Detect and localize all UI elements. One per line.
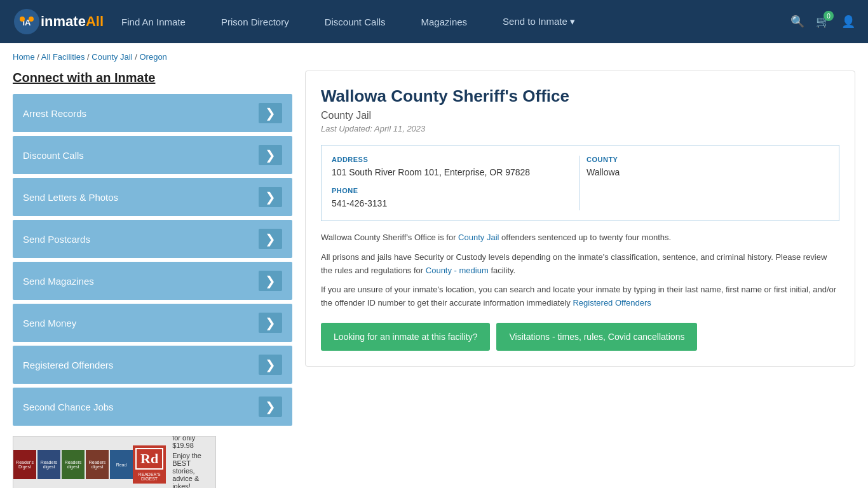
county-medium-link[interactable]: County - medium [426,266,489,275]
content-area: Wallowa County Sheriff's Office County J… [305,71,855,488]
cart-container: 🛒 0 [816,15,830,29]
nav-discount-calls[interactable]: Discount Calls [307,17,403,27]
facility-name: Wallowa County Sheriff's Office [321,86,839,106]
ad-line2: Enjoy the BEST stories, advice & jokes! [172,452,211,488]
cart-count-badge: 0 [824,11,834,21]
sidebar-arrow-arrest-records: ❯ [259,103,282,123]
nav-send-to-inmate[interactable]: Send to Inmate ▾ [485,16,593,27]
address-label: ADDRESS [332,156,573,163]
description-3: If you are unsure of your inmate's locat… [321,283,839,310]
sidebar-item-send-letters[interactable]: Send Letters & Photos ❯ [13,178,292,216]
looking-for-inmate-button[interactable]: Looking for an inmate at this facility? [321,323,490,351]
sidebar-label-send-postcards: Send Postcards [23,234,90,245]
ad-logo-block: Rd READER'S DIGEST [133,445,166,484]
phone-section: PHONE 541-426-3131 [332,187,573,210]
sidebar-label-arrest-records: Arrest Records [23,108,86,119]
user-button[interactable]: 👤 [841,15,855,29]
address-value: 101 South River Room 101, Enterprise, OR… [332,166,573,179]
visitations-button[interactable]: Visitations - times, rules, Covid cancel… [496,323,697,351]
nav-prison-directory[interactable]: Prison Directory [203,17,307,27]
sidebar-item-arrest-records[interactable]: Arrest Records ❯ [13,94,292,132]
breadcrumb-home[interactable]: Home [13,52,35,62]
sidebar-label-second-chance-jobs: Second Chance Jobs [23,402,114,412]
svg-point-3 [29,17,34,22]
info-grid: ADDRESS 101 South River Room 101, Enterp… [321,145,839,221]
info-county-section: COUNTY Wallowa [580,156,829,210]
logo[interactable]: iA inmateAll [13,8,104,36]
phone-label: PHONE [332,187,573,194]
rd-logo: Rd [135,448,163,470]
ad-cover-5: Read [110,450,133,479]
ad-cover-2: Readersdigest [37,450,60,479]
nav-right: 🔍 🛒 0 👤 [790,15,855,29]
ad-cover-4: Readersdigest [86,450,109,479]
nav-find-inmate[interactable]: Find An Inmate [104,17,203,27]
navbar: iA inmateAll Find An Inmate Prison Direc… [0,0,868,43]
sidebar-item-send-postcards[interactable]: Send Postcards ❯ [13,220,292,258]
logo-text: inmateAll [41,15,104,29]
sidebar-title: Connect with an Inmate [13,71,292,85]
breadcrumb: Home / All Facilities / County Jail / Or… [0,43,868,71]
sidebar: Connect with an Inmate Arrest Records ❯ … [13,71,292,488]
facility-type: County Jail [321,110,839,121]
ad-text: 1 Year Subscription for only $19.98 Enjo… [166,436,216,488]
sidebar-label-registered-offenders: Registered Offenders [23,360,113,370]
sidebar-item-second-chance-jobs[interactable]: Second Chance Jobs ❯ [13,388,292,426]
sidebar-label-send-letters: Send Letters & Photos [23,192,118,203]
breadcrumb-county-jail[interactable]: County Jail [92,52,132,62]
ad-covers: Reader'sDigest Readersdigest Readersdige… [13,450,133,479]
ad-brand: READER'S DIGEST [135,472,163,481]
search-button[interactable]: 🔍 [790,15,804,29]
svg-point-2 [20,17,25,22]
sidebar-arrow-send-letters: ❯ [259,187,282,207]
sidebar-arrow-send-money: ❯ [259,313,282,333]
county-jail-link[interactable]: County Jail [458,233,499,242]
facility-updated: Last Updated: April 11, 2023 [321,124,839,133]
nav-links: Find An Inmate Prison Directory Discount… [104,16,790,27]
sidebar-label-discount-calls: Discount Calls [23,150,84,161]
sidebar-item-send-magazines[interactable]: Send Magazines ❯ [13,262,292,300]
facility-card: Wallowa County Sheriff's Office County J… [305,71,855,367]
info-address-section: ADDRESS 101 South River Room 101, Enterp… [332,156,580,210]
ad-cover-3: Readersdigest [62,450,85,479]
description-1: Wallowa County Sheriff's Office is for C… [321,231,839,245]
sidebar-item-registered-offenders[interactable]: Registered Offenders ❯ [13,346,292,384]
sidebar-arrow-discount-calls: ❯ [259,145,282,165]
ad-banner[interactable]: Reader'sDigest Readersdigest Readersdige… [13,436,216,488]
sidebar-label-send-magazines: Send Magazines [23,276,94,287]
sidebar-item-discount-calls[interactable]: Discount Calls ❯ [13,136,292,174]
ad-cover-1: Reader'sDigest [13,450,36,479]
breadcrumb-all-facilities[interactable]: All Facilities [41,52,85,62]
registered-offenders-link[interactable]: Registered Offenders [573,298,651,308]
breadcrumb-state[interactable]: Oregon [139,52,166,62]
sidebar-item-send-money[interactable]: Send Money ❯ [13,304,292,342]
main-layout: Connect with an Inmate Arrest Records ❯ … [0,71,868,488]
county-value: Wallowa [587,166,822,179]
sidebar-label-send-money: Send Money [23,318,76,329]
county-label: COUNTY [587,156,822,163]
nav-magazines[interactable]: Magazines [403,17,485,27]
ad-line1: 1 Year Subscription for only $19.98 [172,436,211,449]
sidebar-arrow-registered-offenders: ❯ [259,355,282,375]
sidebar-arrow-second-chance-jobs: ❯ [259,396,282,417]
sidebar-arrow-send-magazines: ❯ [259,271,282,291]
sidebar-arrow-send-postcards: ❯ [259,229,282,249]
logo-icon: iA [13,8,41,36]
phone-value: 541-426-3131 [332,197,573,210]
description-2: All prisons and jails have Security or C… [321,251,839,278]
action-buttons: Looking for an inmate at this facility? … [321,323,839,351]
